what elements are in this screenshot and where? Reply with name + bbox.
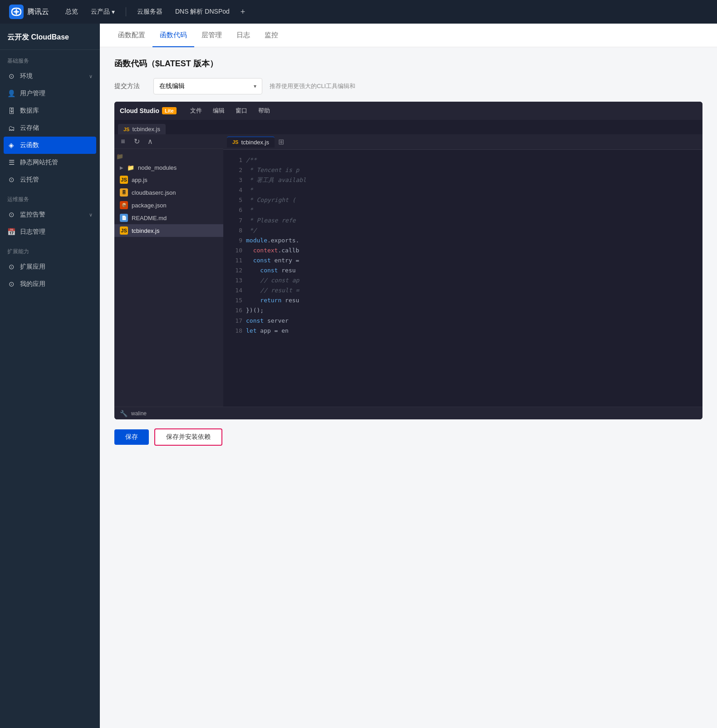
sidebar-item-log-management[interactable]: 📅 日志管理: [0, 223, 100, 241]
log-label: 日志管理: [20, 228, 45, 236]
cs-menu-help[interactable]: 帮助: [254, 105, 275, 117]
cs-collapse-icon[interactable]: ∧: [145, 137, 155, 146]
sidebar-item-user-management[interactable]: 👤 用户管理: [0, 85, 100, 102]
cs-bottom-bar: 🔧 waline: [114, 407, 702, 419]
cs-menu-file[interactable]: 文件: [186, 105, 206, 117]
json-file-icon: 🗄: [120, 188, 128, 197]
static-label: 静态网站托管: [20, 158, 58, 167]
cs-file-tcbindex[interactable]: JS tcbindex.js: [114, 224, 223, 237]
cs-editor-active-tab[interactable]: JS tcbindex.js: [227, 137, 275, 148]
submit-method-select[interactable]: 在线编辑 ▾: [153, 78, 262, 94]
extend-icon: ⊙: [7, 263, 15, 271]
cs-folder-panel-icon[interactable]: 📁: [116, 153, 123, 160]
cs-explorer-toolbar: ≡ ↻ ∧: [114, 134, 223, 149]
cs-file-list: 📁 ▶ 📁 node_modules JS app.js: [114, 149, 223, 407]
action-bar: 保存 保存并安装依赖: [114, 419, 702, 448]
cs-file-node-modules[interactable]: ▶ 📁 node_modules: [114, 162, 223, 173]
cs-file-label: README.md: [132, 215, 167, 221]
extend-label: 扩展应用: [20, 263, 45, 271]
cs-editor-tabs: JS tcbindex.js ⊞ 12345 678910 1112131415: [223, 134, 702, 407]
top-nav: 腾讯云 总览 云产品▾ 云服务器 DNS 解析 DNSPod +: [0, 0, 717, 24]
sidebar-item-cloud-hosting[interactable]: ⊙ 云托管: [0, 171, 100, 188]
tab-logs[interactable]: 日志: [229, 24, 257, 47]
cs-tab-js-icon: JS: [232, 139, 238, 145]
folder-arrow-icon: ▶: [120, 165, 123, 170]
save-button[interactable]: 保存: [114, 429, 149, 445]
section-label-basic: 基础服务: [0, 50, 100, 68]
section-label-extend: 扩展能力: [0, 241, 100, 258]
monitoring-label: 监控告警: [20, 211, 45, 219]
cs-file-label: cloudbaserc.json: [132, 189, 176, 196]
nav-items: 总览 云产品▾ 云服务器 DNS 解析 DNSPod +: [60, 5, 708, 19]
save-install-button[interactable]: 保存并安装依赖: [154, 428, 222, 446]
user-label: 用户管理: [20, 89, 45, 98]
code-content: /** * Tencent is p * 署工具 availabl * * Co…: [246, 150, 702, 407]
sidebar-item-environment[interactable]: ⊙ 环境 ∨: [0, 68, 100, 85]
cs-add-tab-icon[interactable]: ⊞: [278, 138, 284, 146]
myapp-label: 我的应用: [20, 280, 45, 288]
hosting-label: 云托管: [20, 176, 39, 184]
sidebar-item-storage[interactable]: 🗂 云存储: [0, 119, 100, 137]
cs-lite-badge: Lite: [162, 107, 177, 114]
cs-file-label: app.js: [132, 177, 147, 183]
tcbindex-js-icon: JS: [120, 226, 128, 235]
logo[interactable]: 腾讯云: [9, 5, 49, 19]
sidebar-item-database[interactable]: 🗄 数据库: [0, 102, 100, 119]
cs-editor-tab-label: tcbindex.js: [241, 139, 269, 146]
functions-icon: ◈: [7, 141, 15, 149]
tabs-bar: 函数配置 函数代码 层管理 日志 监控: [100, 24, 717, 47]
main-layout: 云开发 CloudBase 基础服务 ⊙ 环境 ∨ 👤 用户管理 🗄 数据库 🗂…: [0, 24, 717, 728]
environment-label: 环境: [20, 72, 33, 80]
storage-label: 云存储: [20, 124, 39, 132]
hosting-icon: ⊙: [7, 176, 15, 184]
folder-icon: 📁: [127, 164, 134, 171]
functions-label: 云函数: [20, 141, 39, 149]
cs-menu-edit[interactable]: 编辑: [208, 105, 229, 117]
content-area: 函数配置 函数代码 层管理 日志 监控 函数代码（$LATEST 版本） 提交方…: [100, 24, 717, 728]
svg-point-1: [15, 10, 18, 14]
monitoring-arrow-icon: ∨: [89, 212, 93, 218]
sidebar-item-monitoring[interactable]: ⊙ 监控告警 ∨: [0, 206, 100, 223]
tab-monitoring[interactable]: 监控: [257, 24, 285, 47]
sidebar-item-my-apps[interactable]: ⊙ 我的应用: [0, 275, 100, 293]
nav-add-icon[interactable]: +: [241, 7, 246, 17]
cs-file-label: package.json: [132, 202, 167, 209]
logo-text: 腾讯云: [27, 7, 49, 17]
page-content: 函数代码（$LATEST 版本） 提交方法 在线编辑 ▾ 推荐使用更强大的CLI…: [100, 47, 717, 728]
environment-arrow-icon: ∨: [89, 74, 93, 79]
nav-item-overview[interactable]: 总览: [60, 5, 83, 19]
cs-file-label: tcbindex.js: [132, 227, 159, 234]
cs-file-app-js[interactable]: JS app.js: [114, 173, 223, 186]
cs-list-icon[interactable]: ≡: [118, 138, 128, 146]
cs-file-cloudbaserc[interactable]: 🗄 cloudbaserc.json: [114, 186, 223, 199]
cs-bottom-puzzle-icon: 🔧: [120, 410, 128, 417]
cs-file-tab-active[interactable]: JS tcbindex.js: [118, 124, 166, 134]
tab-function-code[interactable]: 函数代码: [152, 24, 194, 47]
sidebar-item-extend-apps[interactable]: ⊙ 扩展应用: [0, 258, 100, 275]
page-title: 函数代码（$LATEST 版本）: [114, 58, 702, 69]
nav-item-products[interactable]: 云产品▾: [85, 5, 120, 19]
js-file-icon: JS: [120, 176, 128, 184]
sidebar-item-cloud-functions[interactable]: ◈ 云函数: [4, 137, 96, 154]
submit-method-label: 提交方法: [114, 82, 146, 90]
cs-refresh-icon[interactable]: ↻: [132, 137, 142, 146]
submit-hint: 推荐使用更强大的CLI工具编辑和: [270, 82, 355, 90]
cs-code-editor: JS tcbindex.js ⊞ 12345 678910 1112131415: [223, 134, 702, 407]
sidebar-item-static-hosting[interactable]: ☰ 静态网站托管: [0, 154, 100, 171]
sidebar: 云开发 CloudBase 基础服务 ⊙ 环境 ∨ 👤 用户管理 🗄 数据库 🗂…: [0, 24, 100, 728]
storage-icon: 🗂: [7, 124, 15, 132]
submit-method-value: 在线编辑: [159, 82, 185, 90]
cs-file-tab-label: tcbindex.js: [132, 126, 160, 133]
cs-menu-window[interactable]: 窗口: [231, 105, 252, 117]
cs-bottom-project-name: waline: [131, 410, 147, 417]
tab-layer-management[interactable]: 层管理: [194, 24, 229, 47]
nav-item-server[interactable]: 云服务器: [132, 5, 168, 19]
sidebar-brand: 云开发 CloudBase: [0, 24, 100, 50]
cs-file-readme[interactable]: 📄 README.md: [114, 212, 223, 224]
nav-divider: [126, 7, 126, 16]
cs-file-package-json[interactable]: 📦 package.json: [114, 199, 223, 212]
tab-function-config[interactable]: 函数配置: [111, 24, 152, 47]
log-icon: 📅: [7, 228, 15, 236]
cs-editor-tab-bar: JS tcbindex.js ⊞: [223, 134, 702, 150]
nav-item-dns[interactable]: DNS 解析 DNSPod: [170, 5, 235, 19]
